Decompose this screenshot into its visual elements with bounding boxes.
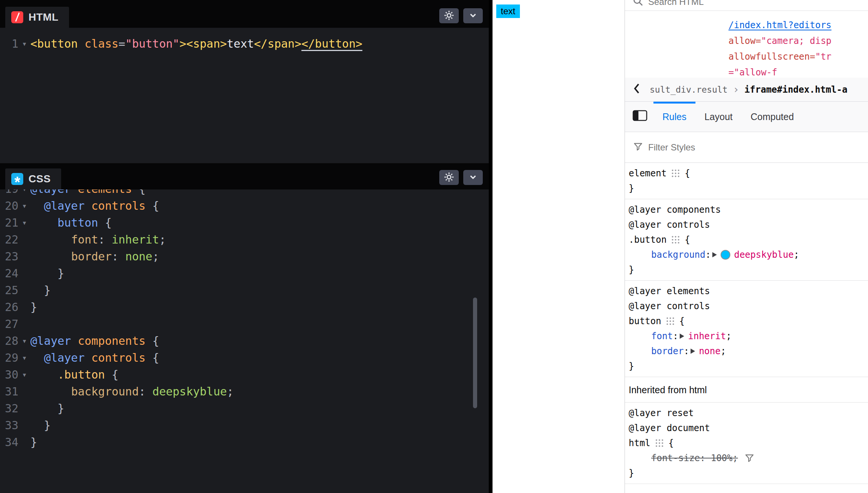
attribute-link[interactable]: /index.html?editors xyxy=(728,20,832,30)
fold-arrow-icon[interactable]: ▾ xyxy=(18,366,30,383)
markup-line[interactable]: ="allow-f xyxy=(728,65,868,78)
property-value[interactable]: 100% xyxy=(711,453,733,463)
selector-highlighter-icon[interactable] xyxy=(656,439,657,441)
tab-computed[interactable]: Computed xyxy=(742,102,803,132)
token: none xyxy=(125,250,152,263)
code-line: 20▾ @layer controls { xyxy=(0,197,489,214)
rule-selector[interactable]: .button xyxy=(629,234,667,245)
expand-arrow-icon[interactable] xyxy=(680,334,684,339)
breadcrumb-scroll-left-button[interactable] xyxy=(632,83,641,96)
code-text[interactable]: button { xyxy=(30,214,112,231)
token: ; xyxy=(227,385,234,398)
html-tab[interactable]: HTML xyxy=(5,7,69,28)
breadcrumb-item[interactable]: sult_div.result xyxy=(650,85,728,95)
code-line: 26} xyxy=(0,299,489,316)
html-editor[interactable]: 1▾<button class="button"><span>text</spa… xyxy=(0,28,489,163)
code-text[interactable]: } xyxy=(30,417,51,434)
css-settings-button[interactable] xyxy=(439,170,459,185)
markup-token: = xyxy=(755,36,761,46)
markup-line[interactable]: /index.html?editors xyxy=(728,17,868,33)
declaration[interactable]: font: inherit; xyxy=(629,329,868,344)
code-text[interactable]: } xyxy=(30,299,37,316)
token: } xyxy=(30,402,64,415)
code-text[interactable]: @layer elements { xyxy=(30,189,146,197)
open-brace: { xyxy=(668,438,674,448)
token: </span> xyxy=(254,37,301,50)
preview-button[interactable]: text xyxy=(496,5,520,18)
expand-arrow-icon[interactable] xyxy=(712,252,717,257)
rule-selector[interactable]: button xyxy=(629,316,661,326)
fold-arrow-icon[interactable]: ▾ xyxy=(18,214,30,231)
tab-rules[interactable]: Rules xyxy=(653,102,695,132)
selector-line: .button{ xyxy=(629,232,868,247)
token: class xyxy=(85,37,119,50)
markup-search-bar[interactable]: Search HTML xyxy=(625,0,868,11)
filter-styles-input[interactable]: Filter Styles xyxy=(625,132,868,163)
markup-line[interactable]: allow="camera; disp xyxy=(728,33,868,49)
tab-layout[interactable]: Layout xyxy=(695,102,742,132)
code-text[interactable]: font: inherit; xyxy=(30,231,166,248)
fold-arrow-icon[interactable]: ▾ xyxy=(18,35,30,52)
line-number: 28 xyxy=(0,332,18,349)
rule-selector[interactable]: element xyxy=(629,168,667,179)
property-name[interactable]: font-size xyxy=(651,453,700,463)
selector-highlighter-icon[interactable] xyxy=(667,317,668,319)
fold-arrow-icon[interactable]: ▾ xyxy=(18,197,30,214)
expand-arrow-icon[interactable] xyxy=(691,349,695,354)
selector-highlighter-icon[interactable] xyxy=(672,236,673,237)
token: ; xyxy=(152,250,159,263)
rule-selector[interactable]: html xyxy=(629,438,650,448)
code-text[interactable]: @layer controls { xyxy=(30,349,159,366)
css-editor-scrollbar[interactable] xyxy=(473,298,477,408)
code-text[interactable]: @layer components { xyxy=(30,332,159,349)
property-value[interactable]: none xyxy=(699,346,721,356)
css-collapse-button[interactable] xyxy=(463,170,483,185)
code-text[interactable]: @layer controls { xyxy=(30,197,159,214)
code-text[interactable]: background: deepskyblue; xyxy=(30,383,234,400)
html-collapse-button[interactable] xyxy=(463,8,483,23)
selector-highlighter-icon[interactable] xyxy=(672,170,673,171)
code-text[interactable]: .button { xyxy=(30,366,119,383)
token: : xyxy=(139,385,152,398)
code-text[interactable]: } xyxy=(30,434,37,451)
fold-gutter xyxy=(18,299,30,316)
fold-arrow-icon[interactable]: ▾ xyxy=(18,349,30,366)
code-text[interactable]: } xyxy=(30,400,64,417)
html-panel-header: HTML xyxy=(0,0,489,28)
code-text[interactable]: <button class="button"><span>text</span>… xyxy=(30,35,362,52)
pane-toggle-button[interactable] xyxy=(632,102,648,132)
code-line: 31 background: deepskyblue; xyxy=(0,383,489,400)
color-swatch[interactable] xyxy=(721,250,730,260)
line-number: 26 xyxy=(0,299,18,316)
markup-token: "tr xyxy=(815,51,831,62)
property-value[interactable]: deepskyblue xyxy=(734,250,794,260)
breadcrumb-bar: sult_div.result›iframe#index.html-a xyxy=(625,78,868,102)
close-brace-line: } xyxy=(629,466,868,481)
code-text[interactable]: border: none; xyxy=(30,248,159,265)
editor-preview-resizer[interactable] xyxy=(489,0,493,493)
property-value[interactable]: inherit xyxy=(688,331,726,341)
overridden-filter-icon[interactable] xyxy=(745,453,754,463)
token: components xyxy=(78,334,152,347)
css-editor[interactable]: 19▾@layer elements {20▾ @layer controls … xyxy=(0,189,489,493)
property-name[interactable]: font xyxy=(651,331,673,341)
fold-arrow-icon[interactable]: ▾ xyxy=(18,332,30,349)
css-tab[interactable]: CSS xyxy=(5,168,61,189)
fold-gutter xyxy=(18,265,30,282)
token: font xyxy=(71,233,98,246)
declaration[interactable]: border: none; xyxy=(629,344,868,359)
html-settings-button[interactable] xyxy=(439,8,459,23)
fold-arrow-icon[interactable]: ▾ xyxy=(18,189,30,197)
property-name[interactable]: background xyxy=(651,250,706,260)
filter-placeholder: Filter Styles xyxy=(648,142,695,153)
css-panel: CSS 19▾@layer elements {20▾ @layer contr… xyxy=(0,163,489,493)
property-name[interactable]: border xyxy=(651,346,684,356)
code-line: 33 } xyxy=(0,417,489,434)
code-text[interactable]: } xyxy=(30,282,51,299)
markup-view: /index.html?editorsallow="camera; dispal… xyxy=(625,11,868,78)
declaration[interactable]: font-size: 100%; xyxy=(629,451,868,466)
declaration[interactable]: background: deepskyblue; xyxy=(629,247,868,262)
breadcrumb-item[interactable]: iframe#index.html-a xyxy=(745,84,848,95)
markup-line[interactable]: allowfullscreen="tr xyxy=(728,49,868,65)
code-text[interactable]: } xyxy=(30,265,64,282)
